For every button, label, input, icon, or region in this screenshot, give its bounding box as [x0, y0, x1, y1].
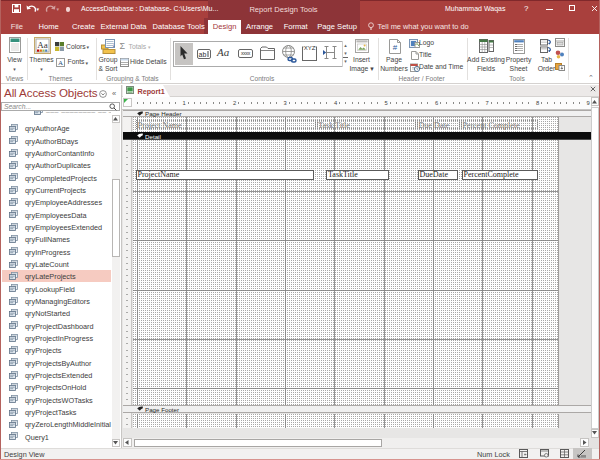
svg-text:A: A	[58, 59, 63, 67]
svg-text:xxxx: xxxx	[240, 50, 250, 56]
svg-text:XYZ: XYZ	[304, 45, 316, 51]
svg-text:#: #	[392, 43, 397, 52]
svg-text:ab: ab	[198, 50, 206, 57]
svg-text:Aa: Aa	[37, 40, 48, 50]
svg-text:↓: ↓	[112, 41, 115, 48]
